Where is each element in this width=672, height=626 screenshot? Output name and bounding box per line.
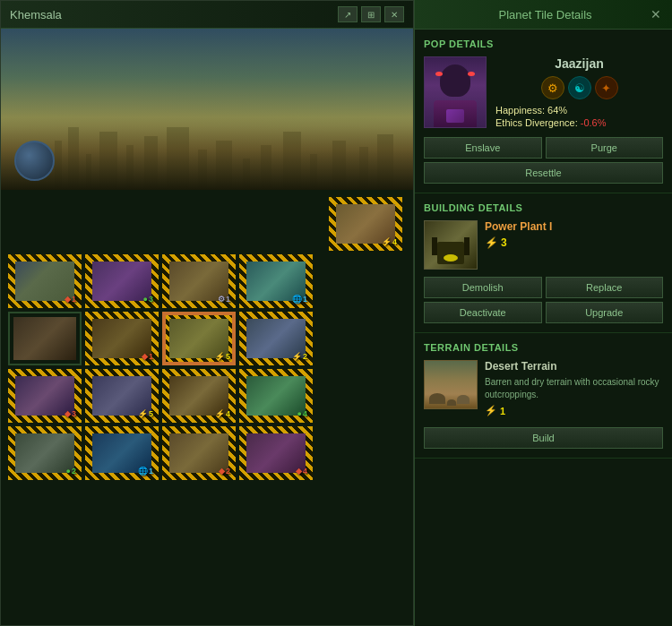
tile-4-3-badge: ◆4 <box>296 467 307 476</box>
resettle-button[interactable]: Resettle <box>424 162 663 184</box>
enslave-button[interactable]: Enslave <box>424 137 542 159</box>
happiness-value: 64% <box>547 105 567 116</box>
tile-1-2[interactable]: ⚙1 <box>162 254 236 308</box>
pop-ethics-stat: Ethics Divergence: -0.6% <box>495 117 663 128</box>
replace-button[interactable]: Replace <box>546 277 664 298</box>
building-btn-row-2: Deactivate Upgrade <box>424 302 663 323</box>
window-title: Khemsala <box>10 8 62 21</box>
building-resource-icon: ⚡ <box>485 236 498 249</box>
building-resource: ⚡ 3 <box>485 236 663 249</box>
pop-btn-row-2: Resettle <box>424 162 663 184</box>
tile-2-2-badge: ⚡5 <box>215 352 230 361</box>
building-name: Power Plant I <box>485 220 663 233</box>
tile-4-0-badge: ●2 <box>66 467 76 476</box>
tile-2-1-badge: ◆1 <box>142 352 153 361</box>
tile-1-1[interactable]: ●3 <box>85 254 159 308</box>
planet-image <box>1 29 413 190</box>
tile-0-3-badge: ⚡4 <box>382 237 397 246</box>
tile-row-0: ⚡4 <box>8 197 402 251</box>
tile-3-2-badge: ⚡4 <box>215 409 230 418</box>
tile-row-2: ◆1 ⚡5 ⚡2 <box>8 312 406 365</box>
upgrade-button[interactable]: Upgrade <box>546 302 664 323</box>
deactivate-button[interactable]: Deactivate <box>424 302 542 323</box>
tile-grid: ⚡4 ◆1 ●3 ⚙1 🌐1 <box>1 190 413 625</box>
tile-1-0[interactable]: ◆1 <box>8 254 82 308</box>
pop-trait-icon-1: ⚙ <box>541 76 564 99</box>
planet-icon[interactable] <box>14 141 55 181</box>
tile-2-1[interactable]: ◆1 <box>85 312 159 365</box>
tile-row-3: ◆3 ⚡5 ⚡4 ●4 <box>8 369 406 423</box>
tile-1-1-badge: ●3 <box>143 295 153 304</box>
terrain-resource: ⚡ 1 <box>485 405 663 416</box>
tile-3-0-badge: ◆3 <box>65 409 76 418</box>
tile-1-3[interactable]: 🌐1 <box>239 254 313 308</box>
tile-3-3[interactable]: ●4 <box>239 369 313 423</box>
tile-row-4: ●2 🌐1 ◆2 ◆4 <box>8 426 406 480</box>
ethics-label: Ethics Divergence: <box>495 117 578 128</box>
building-action-buttons: Demolish Replace Deactivate Upgrade <box>424 277 663 323</box>
tile-4-0[interactable]: ●2 <box>8 426 82 480</box>
close-panel-button[interactable]: ✕ <box>650 7 661 21</box>
tile-4-2-badge: ◆2 <box>219 467 230 476</box>
left-panel: Khemsala ↗ ⊞ ✕ <box>0 0 414 626</box>
build-button[interactable]: Build <box>424 427 663 449</box>
tile-3-2[interactable]: ⚡4 <box>162 369 236 423</box>
building-section-title: Building Details <box>424 202 663 213</box>
building-info: Power Plant I ⚡ 3 <box>485 220 663 270</box>
tile-4-3[interactable]: ◆4 <box>239 426 313 480</box>
tile-4-1[interactable]: 🌐1 <box>85 426 159 480</box>
tile-1-3-badge: 🌐1 <box>292 295 307 304</box>
pop-info: Jaazijan ⚙ ☯ ✦ Happiness: 64% Ethics Div… <box>495 56 663 130</box>
panel-header: Planet Tile Details ✕ <box>415 0 672 30</box>
pop-trait-icon-2: ☯ <box>568 76 591 99</box>
tile-3-3-badge: ●4 <box>297 409 307 418</box>
pop-happiness-stat: Happiness: 64% <box>495 105 663 116</box>
pop-name: Jaazijan <box>495 56 663 71</box>
tile-3-1[interactable]: ⚡5 <box>85 369 159 423</box>
terrain-desc: Barren and dry terrain with occasional r… <box>485 376 663 401</box>
building-info-row: Power Plant I ⚡ 3 <box>424 220 663 270</box>
right-panel: Planet Tile Details ✕ Pop Details J <box>414 0 672 626</box>
purge-button[interactable]: Purge <box>546 137 664 159</box>
pop-section-title: Pop Details <box>424 39 663 49</box>
building-image <box>424 220 478 270</box>
terrain-info: Desert Terrain Barren and dry terrain wi… <box>485 360 663 416</box>
tile-1-2-badge: ⚙1 <box>218 295 230 304</box>
tile-4-1-badge: 🌐1 <box>138 467 153 476</box>
terrain-details-section: Terrain Details Desert Terrain Barren an… <box>415 333 672 459</box>
tile-row-1: ◆1 ●3 ⚙1 🌐1 <box>8 254 406 308</box>
terrain-info-row: Desert Terrain Barren and dry terrain wi… <box>424 360 663 416</box>
tile-0-3[interactable]: ⚡4 <box>329 197 402 251</box>
tile-2-0[interactable] <box>8 312 82 365</box>
tile-2-3[interactable]: ⚡2 <box>239 312 313 365</box>
panel-title: Planet Tile Details <box>498 8 591 21</box>
pop-trait-icon-3: ✦ <box>595 76 618 99</box>
maximize-button[interactable]: ⊞ <box>361 6 381 22</box>
terrain-section-title: Terrain Details <box>424 342 663 353</box>
pop-trait-icons: ⚙ ☯ ✦ <box>495 76 663 99</box>
demolish-button[interactable]: Demolish <box>424 277 542 298</box>
tile-2-3-badge: ⚡2 <box>292 352 307 361</box>
pop-action-buttons: Enslave Purge Resettle <box>424 137 663 184</box>
tile-4-2[interactable]: ◆2 <box>162 426 236 480</box>
terrain-image <box>424 360 478 409</box>
window-titlebar: Khemsala ↗ ⊞ ✕ <box>1 1 413 29</box>
pop-btn-row-1: Enslave Purge <box>424 137 663 159</box>
pop-details-section: Pop Details Jaazijan ⚙ ☯ <box>415 30 672 193</box>
pop-avatar <box>424 56 487 128</box>
tile-3-1-badge: ⚡5 <box>138 409 153 418</box>
building-details-section: Building Details Power Plant I ⚡ 3 <box>415 193 672 333</box>
ethics-value: -0.6% <box>581 117 607 128</box>
close-left-button[interactable]: ✕ <box>384 6 404 22</box>
tile-1-0-badge: ◆1 <box>65 295 76 304</box>
terrain-resource-icon: ⚡ <box>485 405 497 416</box>
minimize-button[interactable]: ↗ <box>338 6 358 22</box>
terrain-resource-value: 1 <box>500 406 505 416</box>
pop-info-row: Jaazijan ⚙ ☯ ✦ Happiness: 64% Ethics Div… <box>424 56 663 130</box>
tile-3-0[interactable]: ◆3 <box>8 369 82 423</box>
terrain-build-btn-row: Build <box>424 424 663 449</box>
building-resource-value: 3 <box>501 236 507 249</box>
terrain-name: Desert Terrain <box>485 360 663 373</box>
building-btn-row-1: Demolish Replace <box>424 277 663 298</box>
tile-2-2[interactable]: ⚡5 <box>162 312 236 365</box>
